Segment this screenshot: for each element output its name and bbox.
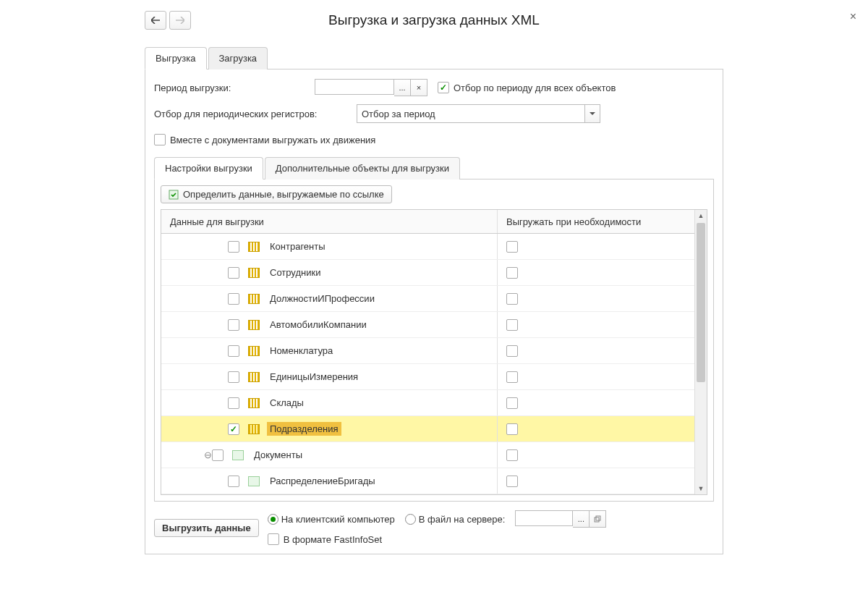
catalog-icon [248, 398, 260, 408]
catalog-icon [248, 372, 260, 382]
close-button[interactable]: × [847, 7, 859, 26]
period-picker-button[interactable]: ... [394, 79, 411, 96]
need-checkbox[interactable] [506, 449, 518, 461]
scroll-thumb[interactable] [697, 223, 705, 382]
row-label: ЕдиницыИзмерения [267, 370, 361, 384]
need-checkbox[interactable] [506, 345, 518, 357]
col-header-data[interactable]: Данные для выгрузки [161, 210, 498, 233]
export-button-label: Выгрузить данные [162, 523, 251, 533]
row-label: Сотрудники [267, 266, 323, 279]
main-tabs: Выгрузка Загрузка [145, 46, 723, 69]
row-label: РаспределениеБригады [267, 474, 378, 488]
table-row[interactable]: Склады [161, 390, 694, 416]
header: Выгрузка и загрузка данных XML × [145, 7, 723, 33]
need-checkbox[interactable] [506, 397, 518, 409]
settings-panel: Определить данные, выгружаемые по ссылке… [154, 179, 714, 502]
radio-server-label: В файл на сервере: [419, 514, 506, 525]
catalog-icon [248, 424, 260, 434]
radio-client[interactable] [268, 514, 278, 525]
refresh-icon [169, 190, 179, 200]
radio-client-label: На клиентский компьютер [281, 514, 395, 525]
catalog-icon [248, 294, 260, 304]
grid-header: Данные для выгрузки Выгружать при необхо… [161, 210, 694, 234]
row-checkbox[interactable] [228, 397, 239, 409]
row-checkbox[interactable] [228, 371, 239, 383]
export-grid: Данные для выгрузки Выгружать при необхо… [161, 209, 707, 495]
define-data-label: Определить данные, выгружаемые по ссылке [183, 189, 384, 200]
need-checkbox[interactable] [506, 319, 518, 331]
grid-scrollbar[interactable]: ▲ ▼ [694, 210, 707, 494]
need-checkbox[interactable] [506, 267, 518, 279]
catalog-icon [248, 242, 260, 252]
row-checkbox[interactable] [228, 241, 239, 253]
radio-server[interactable] [405, 514, 416, 525]
collapse-icon[interactable]: ⊖ [203, 449, 212, 460]
row-checkbox[interactable] [228, 267, 239, 279]
svg-rect-2 [596, 516, 600, 520]
catalog-icon [248, 320, 260, 330]
svg-rect-1 [595, 517, 599, 522]
row-label: Контрагенты [267, 240, 328, 253]
with-movements-checkbox[interactable] [154, 134, 166, 145]
document-icon [232, 450, 244, 460]
scroll-down-icon[interactable]: ▼ [695, 483, 707, 494]
table-row[interactable]: Номенклатура [161, 338, 694, 364]
window: Выгрузка и загрузка данных XML × Выгрузк… [0, 0, 868, 600]
row-label: ДолжностиИПрофессии [267, 292, 378, 305]
period-input[interactable] [315, 79, 394, 95]
table-row[interactable]: АвтомобилиКомпании [161, 312, 694, 338]
need-checkbox[interactable] [506, 476, 518, 487]
row-checkbox[interactable] [228, 476, 239, 487]
table-row[interactable]: Контрагенты [161, 234, 694, 260]
catalog-icon [248, 346, 260, 356]
table-row[interactable]: Сотрудники [161, 260, 694, 286]
table-row[interactable]: Подразделения [161, 416, 694, 442]
need-checkbox[interactable] [506, 423, 518, 435]
scroll-up-icon[interactable]: ▲ [695, 210, 707, 221]
row-label: Склады [267, 396, 307, 410]
need-checkbox[interactable] [506, 241, 518, 253]
row-checkbox[interactable] [228, 345, 239, 357]
registers-row: Отбор для периодических регистров: Отбор… [154, 104, 714, 123]
tab-settings[interactable]: Настройки выгрузки [154, 157, 263, 179]
registers-select[interactable]: Отбор за период [357, 104, 600, 123]
chevron-down-icon [590, 110, 595, 118]
row-checkbox[interactable] [228, 423, 239, 435]
table-row[interactable]: ДолжностиИПрофессии [161, 286, 694, 312]
row-label: Номенклатура [267, 344, 336, 358]
open-icon [594, 515, 601, 523]
table-row[interactable]: ЕдиницыИзмерения [161, 364, 694, 390]
registers-caret[interactable] [584, 105, 600, 122]
server-path-input[interactable] [515, 510, 573, 526]
registers-label: Отбор для периодических регистров: [154, 109, 357, 119]
row-checkbox[interactable] [212, 449, 224, 461]
fastinfoset-checkbox[interactable] [268, 533, 279, 545]
document-icon [248, 476, 260, 486]
with-movements-label: Вместе с документами выгружать их движен… [170, 135, 375, 145]
footer: Выгрузить данные На клиентский компьютер… [154, 510, 714, 545]
inner-tabs: Настройки выгрузки Дополнительные объект… [154, 156, 714, 179]
registers-value: Отбор за период [357, 105, 584, 122]
table-row[interactable]: ⊖Документы [161, 442, 694, 468]
period-clear-button[interactable]: × [411, 79, 427, 96]
row-checkbox[interactable] [228, 319, 239, 331]
catalog-icon [248, 268, 260, 278]
server-path-open[interactable] [590, 510, 606, 528]
period-label: Период выгрузки: [154, 83, 241, 93]
filter-all-checkbox[interactable] [438, 82, 449, 93]
tab-export[interactable]: Выгрузка [145, 47, 207, 69]
tab-additional[interactable]: Дополнительные объекты для выгрузки [265, 157, 460, 179]
server-path-group: ... [515, 510, 606, 528]
movements-row: Вместе с документами выгружать их движен… [154, 130, 714, 149]
table-row[interactable]: РаспределениеБригады [161, 468, 694, 494]
server-path-browse[interactable]: ... [573, 510, 590, 528]
row-label: Подразделения [267, 422, 341, 436]
tab-import[interactable]: Загрузка [208, 47, 268, 69]
define-data-button[interactable]: Определить данные, выгружаемые по ссылке [161, 185, 392, 203]
need-checkbox[interactable] [506, 371, 518, 383]
row-checkbox[interactable] [228, 293, 239, 305]
export-button[interactable]: Выгрузить данные [154, 519, 259, 537]
row-label: АвтомобилиКомпании [267, 318, 370, 331]
col-header-need[interactable]: Выгружать при необходимости [498, 210, 694, 233]
need-checkbox[interactable] [506, 293, 518, 305]
